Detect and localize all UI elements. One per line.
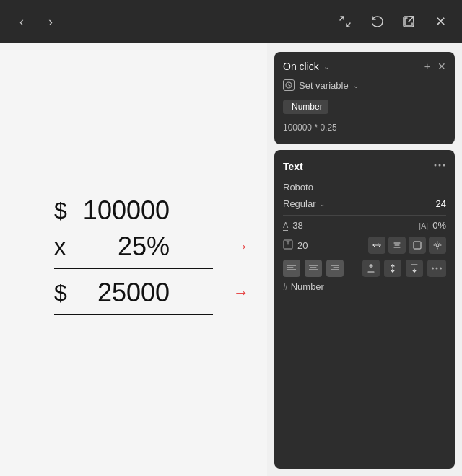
padding-row: 20 bbox=[283, 237, 446, 254]
set-variable-icon bbox=[283, 79, 295, 91]
style-dropdown[interactable]: Regular ⌄ bbox=[283, 198, 325, 209]
align-controls bbox=[368, 237, 446, 254]
svg-point-12 bbox=[436, 244, 439, 247]
row-2: x 25% → bbox=[54, 232, 213, 262]
undo-icon[interactable] bbox=[367, 12, 387, 32]
row1-value: 100000 bbox=[76, 195, 170, 226]
font-row: Roboto bbox=[283, 182, 446, 193]
right-panels: On click ⌄ + ✕ Set variable ⌄ bbox=[267, 43, 462, 476]
toolbar: ‹ › ✕ bbox=[0, 0, 462, 43]
on-click-actions: + ✕ bbox=[424, 61, 446, 72]
svg-point-29 bbox=[436, 268, 438, 270]
canvas: $ 100000 x 25% → $ 25000 → bbox=[0, 43, 267, 476]
svg-point-3 bbox=[439, 164, 441, 167]
svg-point-4 bbox=[443, 164, 445, 167]
on-click-title: On click bbox=[283, 61, 319, 72]
underline-1 bbox=[54, 268, 213, 269]
row2-operator: x bbox=[54, 234, 69, 260]
letter-spacing-icon: |A| bbox=[419, 221, 428, 230]
collapse-icon[interactable] bbox=[335, 12, 355, 32]
set-variable-label: Set variable bbox=[299, 80, 349, 91]
svg-point-28 bbox=[432, 268, 434, 270]
padding-top-group: 20 bbox=[283, 239, 308, 251]
number-tag-label: Number bbox=[291, 281, 324, 292]
more-options-button[interactable] bbox=[427, 260, 446, 277]
number-badge-container: Number bbox=[283, 97, 446, 114]
toolbar-left: ‹ › bbox=[12, 12, 61, 32]
result-dollar: $ bbox=[54, 280, 69, 307]
on-click-title-group: On click ⌄ bbox=[283, 61, 330, 72]
text-panel-more-button[interactable] bbox=[433, 159, 446, 175]
padding-top-value: 20 bbox=[297, 240, 308, 251]
valign-bottom-button[interactable] bbox=[406, 260, 423, 277]
line-height-group: A 38 bbox=[283, 220, 303, 231]
gear-icon[interactable] bbox=[429, 237, 446, 254]
text-panel: Text Roboto Regular ⌄ 2 bbox=[274, 150, 455, 469]
rect-icon[interactable] bbox=[409, 237, 426, 254]
text-panel-header: Text bbox=[283, 159, 446, 175]
close-on-click-button[interactable]: ✕ bbox=[437, 61, 446, 72]
number-badge-label: Number bbox=[292, 102, 323, 112]
padding-top-icon bbox=[283, 239, 293, 251]
back-button[interactable]: ‹ bbox=[12, 12, 32, 32]
align-center-icon[interactable] bbox=[388, 237, 406, 254]
divider-1 bbox=[283, 215, 446, 216]
align-center-button[interactable] bbox=[305, 260, 322, 277]
number-tag-row: # Number bbox=[283, 281, 446, 292]
letter-spacing-group: |A| 0% bbox=[419, 220, 446, 231]
calculator-display: $ 100000 x 25% → $ 25000 → bbox=[32, 181, 235, 338]
svg-point-30 bbox=[440, 268, 442, 270]
on-click-panel: On click ⌄ + ✕ Set variable ⌄ bbox=[274, 52, 455, 144]
toolbar-right: ✕ bbox=[335, 12, 450, 32]
result-value: 25000 bbox=[76, 278, 170, 308]
row2-value: 25% bbox=[76, 232, 170, 262]
external-link-icon[interactable] bbox=[398, 12, 419, 32]
align-left-button[interactable] bbox=[283, 260, 300, 277]
add-action-button[interactable]: + bbox=[424, 61, 430, 72]
forward-button[interactable]: › bbox=[40, 12, 61, 32]
on-click-chevron[interactable]: ⌄ bbox=[323, 62, 330, 71]
close-button[interactable]: ✕ bbox=[430, 12, 450, 32]
hash-symbol-2: # bbox=[283, 282, 288, 292]
on-click-header: On click ⌄ + ✕ bbox=[283, 61, 446, 72]
set-variable-chevron[interactable]: ⌄ bbox=[353, 81, 359, 89]
line-height-icon: A bbox=[283, 221, 288, 231]
line-height-value: 38 bbox=[292, 220, 302, 231]
row1-dollar: $ bbox=[54, 198, 69, 224]
arrow-right-1: → bbox=[233, 237, 249, 256]
style-label: Regular bbox=[283, 198, 316, 209]
letter-spacing-value: 0% bbox=[432, 220, 446, 231]
svg-point-2 bbox=[435, 164, 437, 167]
style-chevron: ⌄ bbox=[319, 200, 325, 208]
number-badge[interactable]: Number bbox=[283, 100, 328, 114]
row-1: $ 100000 bbox=[54, 195, 213, 226]
formula-text: 100000 * 0.25 bbox=[283, 120, 446, 136]
width-icon[interactable] bbox=[368, 237, 385, 254]
svg-rect-11 bbox=[414, 242, 421, 249]
font-size-value: 24 bbox=[436, 198, 446, 209]
set-variable-row: Set variable ⌄ bbox=[283, 79, 446, 91]
main-area: $ 100000 x 25% → $ 25000 → bbox=[0, 43, 462, 476]
align-row bbox=[283, 260, 446, 277]
row-result: $ 25000 → bbox=[54, 278, 213, 308]
spacing-row: A 38 |A| 0% bbox=[283, 220, 446, 231]
style-size-row: Regular ⌄ 24 bbox=[283, 198, 446, 209]
valign-middle-button[interactable] bbox=[384, 260, 401, 277]
font-label: Roboto bbox=[283, 182, 313, 193]
text-panel-title: Text bbox=[283, 161, 303, 172]
align-right-button[interactable] bbox=[326, 260, 344, 277]
arrow-right-2: → bbox=[233, 283, 249, 302]
valign-top-button[interactable] bbox=[362, 260, 380, 277]
underline-2 bbox=[54, 314, 213, 315]
